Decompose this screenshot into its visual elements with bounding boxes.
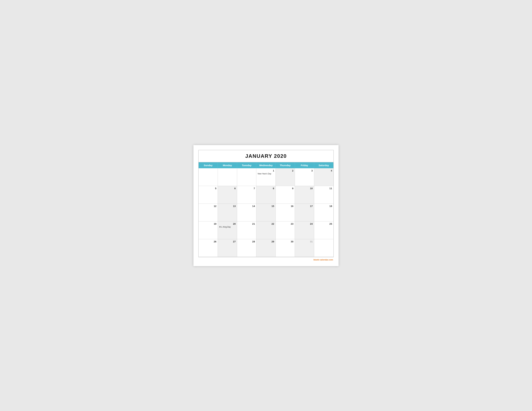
cell-date-number: 16 bbox=[277, 205, 294, 207]
calendar-cell[interactable]: 12 bbox=[199, 204, 218, 222]
calendar-grid: 1New Year's Day2345678910111213141516171… bbox=[199, 168, 333, 257]
cell-date-number: 15 bbox=[258, 205, 274, 207]
cell-date-number: 28 bbox=[238, 240, 255, 243]
calendar-cell[interactable]: 9 bbox=[276, 186, 295, 204]
calendar-cell[interactable] bbox=[218, 168, 237, 186]
cell-date-number: 30 bbox=[277, 240, 294, 243]
cell-date-number: 12 bbox=[200, 205, 216, 207]
day-headers: SundayMondayTuesdayWednesdayThursdayFrid… bbox=[199, 162, 333, 168]
cell-date-number: 23 bbox=[277, 223, 294, 225]
cell-date-number: 27 bbox=[219, 240, 236, 243]
day-header-friday: Friday bbox=[295, 162, 314, 168]
calendar-cell[interactable]: 14 bbox=[237, 204, 256, 222]
cell-date-number: 10 bbox=[296, 187, 313, 190]
calendar-cell[interactable]: 11 bbox=[314, 186, 333, 204]
cell-date-number: 6 bbox=[219, 187, 236, 190]
cell-date-number: 7 bbox=[238, 187, 255, 190]
cell-date-number: 24 bbox=[296, 223, 313, 225]
page: JANUARY 2020 SundayMondayTuesdayWednesda… bbox=[193, 145, 339, 266]
calendar-cell[interactable]: 13 bbox=[218, 204, 237, 222]
calendar-cell[interactable]: 24 bbox=[295, 222, 314, 239]
calendar-cell[interactable]: 29 bbox=[256, 239, 276, 257]
day-header-wednesday: Wednesday bbox=[256, 162, 276, 168]
cell-date-number: 20 bbox=[219, 223, 236, 225]
day-header-sunday: Sunday bbox=[199, 162, 218, 168]
calendar-cell[interactable]: 1New Year's Day bbox=[256, 168, 276, 186]
calendar-cell[interactable] bbox=[237, 168, 256, 186]
cell-event: M L King Day bbox=[219, 226, 236, 228]
calendar-cell[interactable]: 6 bbox=[218, 186, 237, 204]
cell-date-number: 19 bbox=[200, 223, 216, 225]
day-header-monday: Monday bbox=[218, 162, 237, 168]
day-header-saturday: Saturday bbox=[314, 162, 333, 168]
calendar-cell[interactable]: 19 bbox=[199, 222, 218, 239]
cell-date-number: 13 bbox=[219, 205, 236, 207]
calendar-cell[interactable]: 5 bbox=[199, 186, 218, 204]
calendar-cell[interactable]: 27 bbox=[218, 239, 237, 257]
calendar-container: JANUARY 2020 SundayMondayTuesdayWednesda… bbox=[198, 150, 334, 257]
calendar-cell[interactable]: 15 bbox=[256, 204, 276, 222]
cell-date-number: 22 bbox=[258, 223, 274, 225]
calendar-cell[interactable]: 26 bbox=[199, 239, 218, 257]
calendar-cell[interactable]: 31 bbox=[295, 239, 314, 257]
calendar-cell[interactable]: 7 bbox=[237, 186, 256, 204]
calendar-cell[interactable]: 8 bbox=[256, 186, 276, 204]
calendar-cell[interactable]: 18 bbox=[314, 204, 333, 222]
calendar-cell[interactable]: 3 bbox=[295, 168, 314, 186]
cell-event: New Year's Day bbox=[258, 173, 274, 175]
calendar-cell[interactable]: 17 bbox=[295, 204, 314, 222]
calendar-cell[interactable]: 16 bbox=[276, 204, 295, 222]
cell-date-number: 29 bbox=[258, 240, 274, 243]
cell-date-number: 21 bbox=[238, 223, 255, 225]
cell-date-number: 11 bbox=[315, 187, 332, 190]
cell-date-number: 3 bbox=[296, 169, 313, 172]
day-header-thursday: Thursday bbox=[276, 162, 295, 168]
cell-date-number: 14 bbox=[238, 205, 255, 207]
calendar-cell[interactable]: 28 bbox=[237, 239, 256, 257]
calendar-cell[interactable] bbox=[314, 239, 333, 257]
calendar-cell[interactable]: 22 bbox=[256, 222, 276, 239]
cell-date-number: 1 bbox=[258, 169, 274, 172]
calendar-cell[interactable]: 2 bbox=[276, 168, 295, 186]
cell-date-number: 31 bbox=[296, 240, 313, 243]
cell-date-number: 25 bbox=[315, 223, 332, 225]
day-header-tuesday: Tuesday bbox=[237, 162, 256, 168]
calendar-cell[interactable]: 23 bbox=[276, 222, 295, 239]
calendar-cell[interactable]: 20M L King Day bbox=[218, 222, 237, 239]
footer-text: blank-calendar.com bbox=[314, 259, 333, 261]
cell-date-number: 5 bbox=[200, 187, 216, 190]
calendar-cell[interactable]: 30 bbox=[276, 239, 295, 257]
calendar-cell[interactable]: 21 bbox=[237, 222, 256, 239]
cell-date-number: 2 bbox=[277, 169, 294, 172]
cell-date-number: 8 bbox=[258, 187, 274, 190]
calendar-cell[interactable]: 4 bbox=[314, 168, 333, 186]
cell-date-number: 4 bbox=[315, 169, 332, 172]
footer: blank-calendar.com bbox=[198, 257, 334, 261]
cell-date-number: 17 bbox=[296, 205, 313, 207]
calendar-cell[interactable]: 10 bbox=[295, 186, 314, 204]
calendar-title: JANUARY 2020 bbox=[199, 150, 333, 162]
calendar-cell[interactable] bbox=[199, 168, 218, 186]
cell-date-number: 9 bbox=[277, 187, 294, 190]
cell-date-number: 26 bbox=[200, 240, 216, 243]
calendar-cell[interactable]: 25 bbox=[314, 222, 333, 239]
cell-date-number: 18 bbox=[315, 205, 332, 207]
